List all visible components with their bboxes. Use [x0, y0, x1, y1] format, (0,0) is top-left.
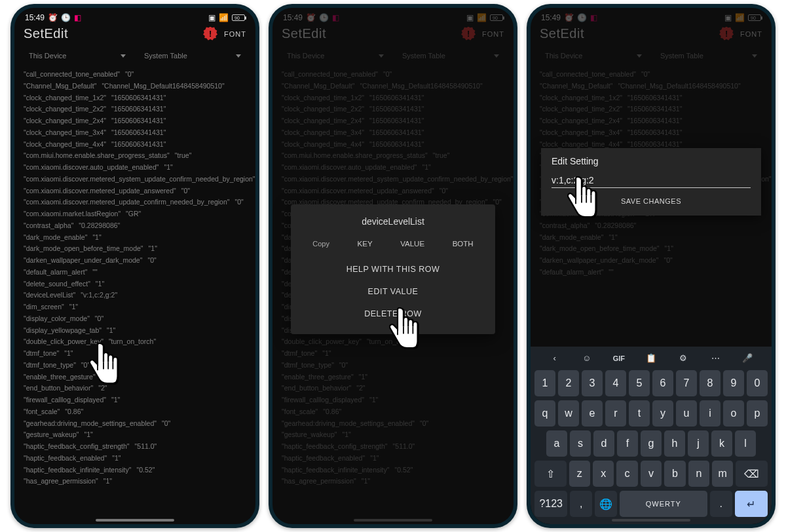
table-dropdown[interactable]: System Table	[139, 48, 246, 64]
setting-row[interactable]: clock_changed_time_2x21650606341431	[24, 104, 246, 115]
settings-list[interactable]: call_connected_tone_enabled0Channel_Msg_…	[14, 69, 255, 487]
setting-row[interactable]: font_scale0.86	[24, 406, 246, 418]
setting-row[interactable]: contrast_alpha0.28298086	[282, 220, 504, 232]
setting-row[interactable]: com.xiaomi.discover.auto_update_enabled1	[282, 162, 504, 174]
setting-row[interactable]: display_color_mode0	[282, 313, 504, 325]
key-n[interactable]: n	[688, 461, 709, 487]
setting-row[interactable]: com.xiaomi.discover.metered_system_updat…	[540, 174, 762, 185]
setting-row[interactable]: clock_changed_time_4x41650606341431	[282, 139, 504, 151]
setting-row[interactable]: delete_sound_effect1	[24, 278, 246, 290]
setting-row[interactable]: gearhead:driving_mode_settings_enabled0	[24, 418, 246, 430]
setting-row[interactable]: com.xiaomi.market.lastRegionGR	[540, 208, 762, 220]
setting-row[interactable]: com.xiaomi.discover.metered_update_confi…	[540, 197, 762, 208]
setting-row[interactable]: com.xiaomi.market.lastRegionGR	[282, 208, 504, 220]
key-c[interactable]: c	[616, 461, 637, 487]
setting-row[interactable]: com.xiaomi.discover.metered_update_answe…	[24, 185, 246, 197]
setting-row[interactable]: dark_mode_enable1	[282, 232, 504, 244]
setting-row[interactable]: darken_wallpaper_under_dark_mode0	[282, 255, 504, 267]
key-4[interactable]: 4	[605, 370, 626, 396]
key-y[interactable]: y	[652, 400, 673, 427]
setting-row[interactable]: com.xiaomi.discover.auto_update_enabled1	[24, 162, 246, 174]
kb-back-icon[interactable]: ‹	[538, 353, 571, 363]
setting-row[interactable]: dtmf_tone_type0	[24, 360, 246, 371]
setting-row[interactable]: dark_mode_open_before_time_mode1	[540, 243, 762, 255]
setting-row[interactable]: clock_changed_time_1x21650606341431	[282, 92, 504, 104]
home-indicator[interactable]	[96, 519, 174, 522]
setting-row[interactable]: com.xiaomi.discover.metered_system_updat…	[24, 174, 246, 185]
key-b[interactable]: b	[664, 461, 685, 487]
key-1[interactable]: 1	[534, 370, 555, 396]
setting-row[interactable]: clock_changed_time_3x41650606341431	[282, 127, 504, 139]
setting-row[interactable]: enable_three_gesture1	[24, 371, 246, 383]
home-indicator[interactable]	[354, 519, 432, 522]
key-h[interactable]: h	[664, 430, 685, 457]
key-6[interactable]: 6	[652, 370, 673, 396]
key-a[interactable]: a	[546, 430, 567, 457]
setting-row[interactable]: com.xiaomi.market.lastRegionGR	[24, 208, 246, 220]
setting-row[interactable]: dtmf_tone_type0	[282, 360, 504, 371]
key-8[interactable]: 8	[700, 370, 720, 396]
setting-row[interactable]: enable_three_gesture1	[282, 371, 504, 383]
setting-row[interactable]: com.xiaomi.discover.metered_update_answe…	[282, 185, 504, 197]
setting-row[interactable]: default_alarm_alert	[282, 267, 504, 278]
key-2[interactable]: 2	[558, 370, 579, 396]
key-t[interactable]: t	[629, 400, 650, 427]
key-f[interactable]: f	[617, 430, 638, 457]
kb-clipboard-icon[interactable]: 📋	[635, 353, 667, 363]
setting-row[interactable]: haptic_feedback_config_strength511.0	[282, 441, 504, 453]
setting-row[interactable]: display_yellowpage_tab1	[24, 325, 246, 337]
key-k[interactable]: k	[711, 430, 732, 457]
setting-row[interactable]: clock_changed_time_2x21650606341431	[540, 104, 762, 115]
table-dropdown[interactable]: System Table	[397, 48, 504, 64]
setting-row[interactable]: clock_changed_time_4x41650606341431	[540, 139, 762, 151]
key-9[interactable]: 9	[723, 370, 744, 396]
setting-row[interactable]: haptic_feedback_enabled1	[24, 453, 246, 465]
setting-row[interactable]: clock_changed_time_2x21650606341431	[282, 104, 504, 115]
setting-row[interactable]: clock_changed_time_2x41650606341431	[282, 115, 504, 127]
font-button[interactable]: FONT	[740, 30, 762, 38]
key-language[interactable]: 🌐	[595, 491, 617, 517]
setting-row[interactable]: com.xiaomi.discover.metered_update_answe…	[540, 185, 762, 197]
setting-row[interactable]: firewall_calllog_displayed1	[24, 394, 246, 406]
setting-row[interactable]: display_color_mode0	[24, 313, 246, 325]
setting-row[interactable]: has_agree_permission1	[24, 476, 246, 487]
key-comma[interactable]: ,	[570, 491, 592, 517]
setting-row[interactable]: haptic_feedback_enabled1	[282, 453, 504, 465]
key-3[interactable]: 3	[582, 370, 603, 396]
setting-row[interactable]: dark_mode_open_before_time_mode1	[24, 243, 246, 255]
settings-list[interactable]: call_connected_tone_enabled0Channel_Msg_…	[272, 69, 514, 487]
setting-row[interactable]: end_button_behavior2	[282, 383, 504, 394]
setting-row[interactable]: clock_changed_time_4x41650606341431	[24, 139, 246, 151]
setting-row[interactable]: contrast_alpha0.28298086	[540, 220, 762, 232]
key-period[interactable]: .	[710, 491, 732, 517]
key-q[interactable]: q	[534, 400, 555, 427]
device-dropdown[interactable]: This Device	[282, 48, 389, 64]
alert-gear-icon[interactable]: !	[461, 27, 476, 41]
soft-keyboard[interactable]: ‹ ☺ GIF 📋 ⚙ ⋯ 🎤 1234567890 qwertyuiop as…	[531, 347, 772, 524]
key-enter[interactable]: ↵	[735, 491, 768, 517]
key-m[interactable]: m	[712, 461, 733, 487]
key-l[interactable]: l	[735, 430, 756, 457]
key-j[interactable]: j	[688, 430, 709, 457]
setting-row[interactable]: dark_mode_enable1	[540, 232, 762, 244]
setting-row[interactable]: call_connected_tone_enabled0	[24, 69, 246, 81]
key-0[interactable]: 0	[747, 370, 768, 396]
alert-gear-icon[interactable]: !	[719, 27, 734, 41]
setting-row[interactable]: double_click_power_keyturn_on_torch	[282, 336, 504, 348]
setting-row[interactable]: com.miui.home.enable.share_progress_stat…	[540, 150, 762, 162]
setting-row[interactable]: gesture_wakeup1	[282, 429, 504, 441]
setting-row[interactable]: deviceLevelListv:1,c:2,g:2	[24, 290, 246, 301]
setting-row[interactable]: gesture_wakeup1	[24, 429, 246, 441]
setting-row[interactable]: dtmf_tone1	[282, 348, 504, 360]
setting-row[interactable]: has_agree_permission1	[282, 476, 504, 487]
setting-row[interactable]: clock_changed_time_1x21650606341431	[24, 92, 246, 104]
setting-row[interactable]: call_connected_tone_enabled0	[282, 69, 504, 81]
setting-row[interactable]: clock_changed_time_1x21650606341431	[540, 92, 762, 104]
setting-row[interactable]: com.miui.home.enable.share_progress_stat…	[282, 150, 504, 162]
key-w[interactable]: w	[558, 400, 579, 427]
setting-row[interactable]: haptic_feedback_infinite_intensity0.52	[24, 465, 246, 476]
setting-row[interactable]: Channel_Msg_DefaultChannel_Msg_Default16…	[24, 81, 246, 92]
setting-row[interactable]: com.xiaomi.discover.metered_update_confi…	[24, 197, 246, 208]
setting-row[interactable]: call_connected_tone_enabled0	[540, 69, 762, 81]
key-backspace[interactable]: ⌫	[736, 461, 768, 487]
